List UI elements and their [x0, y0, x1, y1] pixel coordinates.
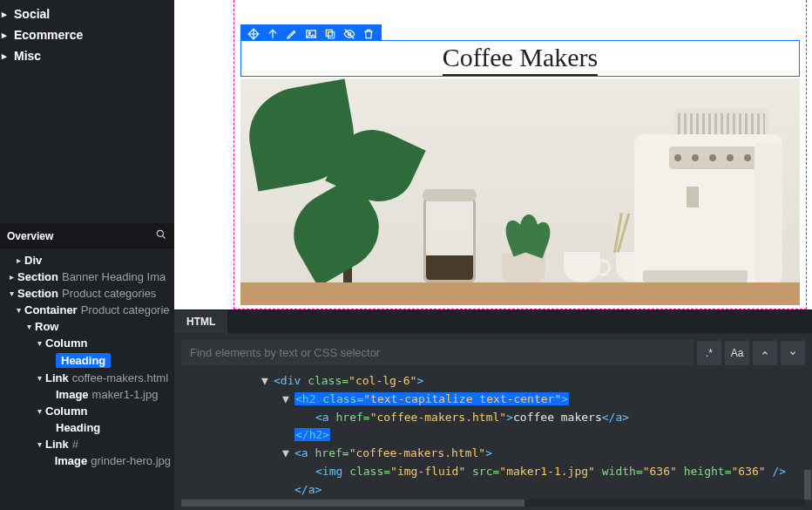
editor-canvas[interactable]: Coffee Makers — [174, 0, 812, 309]
tab-html[interactable]: HTML — [174, 310, 227, 333]
tree-node-column-2[interactable]: ▾Column — [2, 403, 173, 419]
overview-panel-header: Overview — [0, 223, 174, 248]
next-match-button[interactable] — [781, 341, 805, 365]
find-elements-input[interactable] — [181, 340, 694, 365]
developer-panel: HTML .* Aa ▼<div class="col-lg-6"> ▼<h2 … — [174, 309, 812, 510]
match-case-button[interactable]: Aa — [725, 341, 749, 365]
tree-node-container[interactable]: ▾ContainerProduct categorie — [2, 302, 173, 318]
tree-node-section-banner[interactable]: ▸SectionBanner Heading Ima — [2, 269, 173, 285]
chevron-right-icon: ▸ — [0, 9, 9, 20]
tree-node-heading-2[interactable]: Heading — [2, 419, 173, 436]
category-social[interactable]: ▸Social — [0, 3, 174, 24]
tree-node-image-grinder[interactable]: Imagegrinder-hero.jpg — [2, 452, 173, 469]
canvas-image-element[interactable] — [240, 78, 800, 305]
svg-rect-4 — [326, 30, 332, 36]
canvas-heading-element[interactable]: Coffee Makers — [240, 40, 800, 77]
overview-tree: ▸Div ▸SectionBanner Heading Ima ▾Section… — [0, 248, 174, 510]
regex-toggle-button[interactable]: .* — [697, 341, 721, 365]
devpanel-vertical-scrollbar[interactable] — [803, 365, 812, 500]
category-ecommerce[interactable]: ▸Ecommerce — [0, 24, 174, 45]
tree-node-div[interactable]: ▸Div — [2, 252, 173, 269]
tree-node-link-hash[interactable]: ▾Link# — [2, 436, 173, 452]
product-photo — [240, 78, 800, 305]
tree-node-heading-selected[interactable]: Heading — [2, 351, 173, 370]
svg-rect-5 — [328, 32, 335, 38]
svg-point-3 — [308, 32, 310, 34]
category-misc[interactable]: ▸Misc — [0, 45, 174, 66]
tree-node-column-1[interactable]: ▾Column — [2, 335, 173, 351]
chevron-right-icon: ▸ — [0, 51, 9, 62]
tree-node-link-coffee[interactable]: ▾Linkcoffee-makers.html — [2, 370, 173, 386]
devpanel-horizontal-scrollbar[interactable] — [181, 500, 805, 507]
left-sidebar: ▸Social ▸Ecommerce ▸Misc Overview ▸Div ▸… — [0, 0, 174, 510]
prev-match-button[interactable] — [753, 341, 777, 365]
tree-node-section-products[interactable]: ▾SectionProduct categories — [2, 285, 173, 302]
overview-label: Overview — [7, 230, 53, 242]
tree-node-row[interactable]: ▾Row — [2, 318, 173, 335]
chevron-right-icon: ▸ — [0, 30, 9, 41]
html-source-view[interactable]: ▼<div class="col-lg-6"> ▼<h2 class="text… — [174, 365, 803, 500]
svg-point-0 — [157, 230, 163, 236]
heading-text: Coffee Makers — [443, 41, 599, 76]
search-icon[interactable] — [155, 228, 167, 243]
components-categories: ▸Social ▸Ecommerce ▸Misc — [0, 0, 174, 66]
svg-line-1 — [163, 236, 166, 239]
tree-node-image-maker[interactable]: Imagemaker1-1.jpg — [2, 386, 173, 403]
devpanel-tabs: HTML — [174, 310, 812, 333]
